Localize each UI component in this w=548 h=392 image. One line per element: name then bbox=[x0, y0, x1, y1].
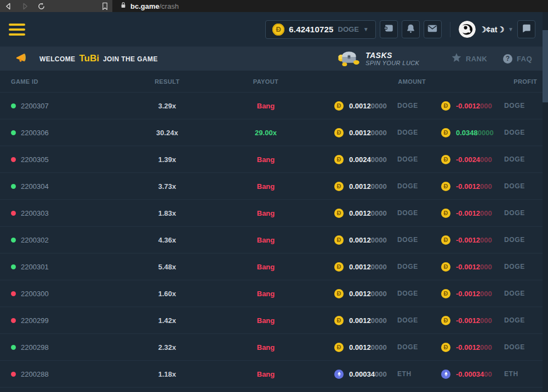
profit-cell: Đ -0.0012000 DOGE bbox=[441, 343, 537, 352]
status-dot bbox=[11, 184, 16, 189]
currency-label: DOGE bbox=[397, 155, 418, 163]
wallet-button[interactable] bbox=[380, 20, 398, 38]
faq-link[interactable]: ? FAQ bbox=[503, 54, 532, 64]
status-dot bbox=[11, 211, 16, 216]
tasks-widget[interactable]: TASKS SPIN YOUR LUCK bbox=[337, 48, 419, 69]
welcome-player-name: TuBi bbox=[79, 53, 99, 64]
payout-value: Bang bbox=[197, 209, 334, 217]
megaphone-icon bbox=[15, 51, 28, 66]
result-multiplier: 1.18x bbox=[137, 370, 197, 378]
welcome-prefix: WELCOME bbox=[39, 55, 75, 63]
currency-label: DOGE bbox=[504, 102, 525, 109]
faq-label: FAQ bbox=[517, 55, 532, 63]
currency-label: DOGE bbox=[397, 182, 418, 190]
table-row[interactable]: 2200298 2.32x Bang Đ 0.00120000 DOGE Đ -… bbox=[0, 333, 548, 360]
game-id: 2200305 bbox=[21, 155, 49, 164]
balance-dropdown[interactable]: Đ 6.42410725 DOGE ▼ bbox=[265, 20, 375, 39]
bookmark-icon[interactable] bbox=[96, 0, 113, 12]
payout-value: Bang bbox=[197, 316, 334, 325]
balance-currency: DOGE bbox=[338, 25, 359, 33]
question-icon: ? bbox=[503, 54, 512, 64]
payout-value: Bang bbox=[197, 155, 334, 164]
profit-cell: Đ -0.0012000 DOGE bbox=[441, 316, 537, 325]
currency-label: DOGE bbox=[504, 236, 525, 244]
chat-icon bbox=[522, 24, 531, 35]
currency-label: DOGE bbox=[397, 316, 418, 324]
currency-label: DOGE bbox=[397, 343, 418, 351]
back-icon[interactable] bbox=[0, 0, 16, 12]
currency-label: DOGE bbox=[397, 236, 418, 244]
payout-value: Bang bbox=[197, 290, 334, 298]
reload-icon[interactable] bbox=[33, 0, 49, 12]
eth-coin-icon bbox=[441, 370, 450, 379]
col-profit: PROFIT bbox=[441, 78, 537, 85]
promo-banner: WELCOME TuBi JOIN THE GAME TASKS SPIN YO… bbox=[0, 47, 548, 71]
status-dot bbox=[11, 103, 16, 108]
table-row[interactable]: 2200288 1.18x Bang 0.00034000 ETH -0.000… bbox=[0, 360, 548, 387]
doge-coin-icon: Đ bbox=[334, 289, 344, 298]
doge-coin-icon: Đ bbox=[272, 24, 284, 36]
doge-coin-icon: Đ bbox=[334, 209, 344, 218]
status-dot bbox=[11, 130, 16, 135]
messages-button[interactable] bbox=[424, 20, 442, 38]
url-host: bc.game bbox=[130, 2, 159, 10]
amount-cell: Đ 0.00120000 DOGE bbox=[334, 209, 441, 218]
currency-label: DOGE bbox=[397, 209, 418, 217]
browser-chrome: bc.game/crash bbox=[0, 0, 548, 12]
table-row[interactable]: 2200307 3.29x Bang Đ 0.00120000 DOGE Đ -… bbox=[0, 92, 548, 119]
app-header: Đ 6.42410725 DOGE ▼ bbox=[0, 12, 548, 47]
status-dot bbox=[11, 264, 16, 269]
amount-cell: Đ 0.00120000 DOGE bbox=[334, 343, 441, 352]
table-row[interactable]: 2200304 3.73x Bang Đ 0.00120000 DOGE Đ -… bbox=[0, 172, 548, 199]
scrollbar-thumb[interactable] bbox=[543, 30, 548, 102]
game-id: 2200288 bbox=[21, 370, 49, 378]
currency-label: ETH bbox=[397, 370, 412, 378]
amount-cell: Đ 0.00120000 DOGE bbox=[334, 101, 441, 111]
status-dot bbox=[11, 345, 16, 350]
rank-label: RANK bbox=[466, 55, 487, 63]
profit-cell: Đ 0.03480000 DOGE bbox=[441, 128, 537, 137]
table-row[interactable]: 2200305 1.39x Bang Đ 0.00240000 DOGE Đ -… bbox=[0, 146, 548, 172]
rank-link[interactable]: RANK bbox=[452, 53, 487, 64]
welcome-message: WELCOME TuBi JOIN THE GAME bbox=[39, 53, 158, 64]
currency-label: DOGE bbox=[504, 209, 525, 217]
menu-icon[interactable] bbox=[9, 24, 25, 36]
star-icon bbox=[452, 53, 461, 64]
profit-cell: Đ -0.0012000 DOGE bbox=[441, 289, 537, 298]
address-bar[interactable]: bc.game/crash bbox=[112, 0, 548, 12]
table-row[interactable]: 2200300 1.60x Bang Đ 0.00120000 DOGE Đ -… bbox=[0, 280, 548, 307]
currency-label: DOGE bbox=[397, 102, 418, 109]
status-dot bbox=[11, 372, 16, 377]
status-dot bbox=[11, 318, 16, 323]
notifications-button[interactable] bbox=[402, 20, 420, 38]
lock-icon bbox=[120, 1, 127, 11]
profit-cell: Đ -0.0012000 DOGE bbox=[441, 235, 537, 245]
amount-cell: Đ 0.00120000 DOGE bbox=[334, 289, 441, 298]
table-row[interactable]: 2200302 4.36x Bang Đ 0.00120000 DOGE Đ -… bbox=[0, 226, 548, 253]
col-amount: AMOUNT bbox=[334, 78, 441, 85]
profit-cell: Đ -0.0024000 DOGE bbox=[441, 155, 537, 164]
doge-coin-icon: Đ bbox=[334, 343, 344, 352]
user-menu[interactable]: ☽¢at☽ ▼ bbox=[459, 21, 513, 38]
game-id: 2200303 bbox=[21, 209, 49, 217]
game-id: 2200302 bbox=[21, 236, 49, 244]
doge-coin-icon: Đ bbox=[334, 155, 344, 164]
doge-coin-icon: Đ bbox=[441, 316, 450, 325]
amount-cell: 0.00034000 ETH bbox=[334, 370, 441, 379]
doge-coin-icon: Đ bbox=[441, 209, 450, 218]
table-row[interactable]: 2200299 1.42x Bang Đ 0.00120000 DOGE Đ -… bbox=[0, 307, 548, 333]
page-scrollbar[interactable] bbox=[543, 12, 548, 392]
game-id: 2200298 bbox=[21, 343, 49, 351]
profit-cell: Đ -0.0012000 DOGE bbox=[441, 101, 537, 111]
amount-cell: Đ 0.00120000 DOGE bbox=[334, 128, 441, 137]
game-id: 2200304 bbox=[21, 182, 49, 191]
col-payout: PAYOUT bbox=[197, 78, 334, 85]
chat-toggle-button[interactable] bbox=[517, 20, 535, 38]
table-row[interactable]: 2200306 30.24x 29.00x Đ 0.00120000 DOGE … bbox=[0, 119, 548, 146]
forward-icon[interactable] bbox=[16, 0, 33, 12]
table-row[interactable]: 2200303 1.83x Bang Đ 0.00120000 DOGE Đ -… bbox=[0, 199, 548, 226]
table-row[interactable]: 2200301 5.48x Bang Đ 0.00120000 DOGE Đ -… bbox=[0, 253, 548, 280]
payout-value: Bang bbox=[197, 182, 334, 191]
doge-coin-icon: Đ bbox=[334, 182, 344, 191]
eth-coin-icon bbox=[334, 370, 344, 379]
